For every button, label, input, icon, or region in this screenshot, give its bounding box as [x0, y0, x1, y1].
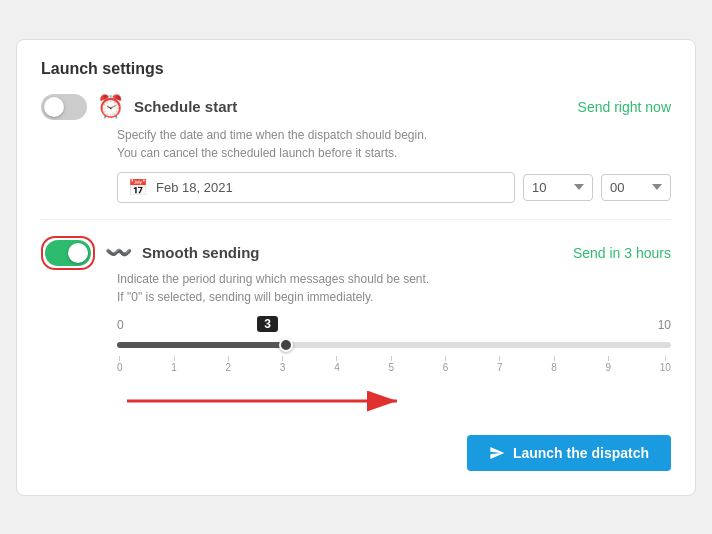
smooth-desc: Indicate the period during which message…	[117, 270, 671, 306]
tick-10: 10	[660, 356, 671, 373]
schedule-toggle-container	[41, 94, 87, 120]
calendar-icon: 📅	[128, 178, 148, 197]
slider-section: 0 3 10 0 1 2 3 4 5 6 7 8 9 10	[117, 316, 671, 373]
schedule-row: 📅 Feb 18, 2021 10 11 09 00 15 30 45	[117, 172, 671, 203]
footer: Launch the dispatch	[41, 435, 671, 471]
schedule-toggle[interactable]	[41, 94, 87, 120]
tick-4: 4	[334, 356, 340, 373]
tick-1: 1	[171, 356, 177, 373]
slider-container	[117, 334, 671, 352]
smooth-toggle-ball	[68, 243, 88, 263]
schedule-toggle-ball	[44, 97, 64, 117]
date-input[interactable]: 📅 Feb 18, 2021	[117, 172, 515, 203]
card-title: Launch settings	[41, 60, 671, 78]
smooth-toggle-border	[41, 236, 95, 270]
smooth-action: Send in 3 hours	[573, 245, 671, 261]
slider-min-top: 0	[117, 318, 137, 332]
tick-3: 3	[280, 356, 286, 373]
smooth-slider[interactable]	[117, 342, 671, 348]
slider-value-badge: 3	[257, 316, 278, 332]
smooth-section: 〰️ Smooth sending Send in 3 hours Indica…	[41, 236, 671, 419]
date-value: Feb 18, 2021	[156, 180, 233, 195]
hour-select[interactable]: 10 11 09	[523, 174, 593, 201]
slider-top-row: 0 3 10	[117, 316, 671, 332]
tick-9: 9	[606, 356, 612, 373]
smooth-desc-line1: Indicate the period during which message…	[117, 272, 429, 286]
schedule-desc: Specify the date and time when the dispa…	[117, 126, 671, 162]
schedule-action: Send right now	[578, 99, 671, 115]
launch-dispatch-button[interactable]: Launch the dispatch	[467, 435, 671, 471]
arrow-row	[41, 383, 671, 419]
launch-settings-card: Launch settings ⏰ Schedule start Send ri…	[16, 39, 696, 496]
alarm-icon: ⏰	[97, 94, 124, 120]
smooth-left: 〰️ Smooth sending	[41, 236, 260, 270]
schedule-left: ⏰ Schedule start	[41, 94, 237, 120]
schedule-title: Schedule start	[134, 98, 237, 115]
schedule-header: ⏰ Schedule start Send right now	[41, 94, 671, 120]
smooth-header: 〰️ Smooth sending Send in 3 hours	[41, 236, 671, 270]
tick-5: 5	[388, 356, 394, 373]
wave-icon: 〰️	[105, 240, 132, 266]
smooth-desc-line2: If "0" is selected, sending will begin i…	[117, 290, 373, 304]
tick-2: 2	[226, 356, 232, 373]
minute-select[interactable]: 00 15 30 45	[601, 174, 671, 201]
send-icon	[489, 445, 505, 461]
arrow-svg	[117, 383, 417, 419]
schedule-desc-line1: Specify the date and time when the dispa…	[117, 128, 427, 142]
smooth-title: Smooth sending	[142, 244, 260, 261]
tick-7: 7	[497, 356, 503, 373]
smooth-toggle[interactable]	[45, 240, 91, 266]
slider-max-top: 10	[658, 318, 671, 332]
tick-marks-row: 0 1 2 3 4 5 6 7 8 9 10	[117, 352, 671, 373]
tick-6: 6	[443, 356, 449, 373]
schedule-desc-line2: You can cancel the scheduled launch befo…	[117, 146, 397, 160]
tick-0: 0	[117, 356, 123, 373]
launch-label: Launch the dispatch	[513, 445, 649, 461]
schedule-section: ⏰ Schedule start Send right now Specify …	[41, 94, 671, 220]
tick-8: 8	[551, 356, 557, 373]
